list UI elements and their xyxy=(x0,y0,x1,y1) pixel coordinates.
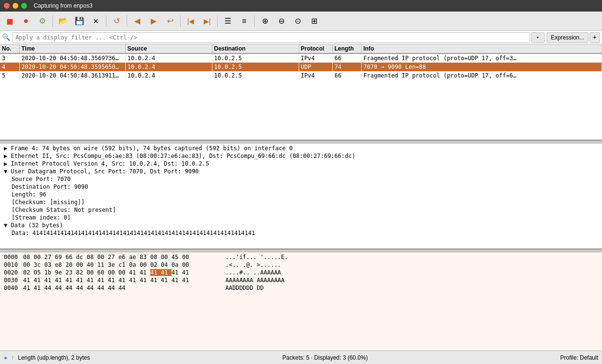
packet-rows: 32020-10-20 04:50:48.3569736…10.0.2.410.… xyxy=(0,53,602,80)
stop-capture-button[interactable]: ◼ xyxy=(2,13,17,29)
prev-packet-button[interactable]: ◀ xyxy=(130,13,145,29)
detail-row[interactable]: ▼ User Datagram Protocol, Src Port: 7070… xyxy=(0,168,602,175)
capture-options-button[interactable]: ⚙ xyxy=(35,13,50,29)
hex-byte: 41 xyxy=(161,269,171,276)
hex-dump-panel: 000008 00 27 69 66 dc 08 00 27 e6 ae 83 … xyxy=(0,252,602,351)
status-profile-label: Profile: Default xyxy=(560,354,598,361)
zoom-out-button[interactable]: ⊖ xyxy=(274,13,289,29)
hex-byte: 60 xyxy=(97,269,108,276)
hex-byte: 83 xyxy=(140,254,150,260)
filter-dropdown-button[interactable]: ▾ xyxy=(531,32,545,43)
display-filter-input[interactable] xyxy=(12,32,530,43)
hex-byte: 41 xyxy=(44,277,55,284)
reload-button[interactable]: ↺ xyxy=(109,13,124,29)
detail-row[interactable]: ▶ Frame 4: 74 bytes on wire (592 bits), … xyxy=(0,144,602,152)
packet-details-panel: ▶ Frame 4: 74 bytes on wire (592 bits), … xyxy=(0,143,602,249)
table-header-row: No. Time Source Destination Protocol Len… xyxy=(0,44,602,53)
toolbar-separator-6 xyxy=(254,15,255,27)
table-cell: 5 xyxy=(0,71,19,80)
hex-byte: 00 xyxy=(182,261,193,268)
hex-byte: 41 xyxy=(87,277,97,284)
hex-byte: 20 xyxy=(65,261,76,268)
hex-byte: 3c xyxy=(34,261,44,268)
hex-offset: 0030 xyxy=(4,277,23,284)
table-row[interactable]: 52020-10-20 04:50:48.3613911…10.0.2.410.… xyxy=(0,71,602,80)
detail-row[interactable]: Length: 96 xyxy=(8,191,602,198)
resize-columns-button[interactable]: ⊞ xyxy=(306,13,322,29)
hex-byte: 69 xyxy=(55,254,65,260)
hex-byte: dc xyxy=(76,254,87,260)
expression-button[interactable]: Expression... xyxy=(547,32,589,43)
hex-byte: 05 xyxy=(34,269,44,276)
detail-row[interactable]: Data: 4141414141414141414141414141414141… xyxy=(8,229,602,237)
hex-byte: 27 xyxy=(108,254,118,260)
detail-row[interactable]: [Checksum: [missing]] xyxy=(8,198,602,206)
status-icon-right: ↑ xyxy=(11,354,14,361)
hex-byte: 41 xyxy=(129,269,140,276)
hex-byte: 41 xyxy=(76,277,87,284)
hex-byte: 11 xyxy=(97,261,108,268)
detail-row[interactable]: ▶ Internet Protocol Version 4, Src: 10.0… xyxy=(0,160,602,168)
close-window-btn[interactable] xyxy=(4,3,10,9)
add-filter-button[interactable]: + xyxy=(589,32,600,43)
hex-bytes: 02 05 1b 9e 23 82 00 60 00 00 41 41 41 4… xyxy=(23,269,225,276)
hex-offset: 0020 xyxy=(4,269,23,276)
table-cell: 66 xyxy=(332,53,361,63)
first-packet-button[interactable]: |◀ xyxy=(183,13,198,29)
detail-row[interactable]: ▶ Ethernet II, Src: PcsCompu_e6:ae:83 (0… xyxy=(0,152,602,160)
table-cell: 10.0.2.4 xyxy=(125,71,212,80)
hex-ascii: AADDDDDD DD xyxy=(225,285,263,291)
hex-ascii: AAAAAAAA AAAAAAAA xyxy=(225,277,285,284)
open-file-button[interactable]: 📂 xyxy=(55,13,71,29)
hex-byte: 02 xyxy=(23,269,34,276)
hex-byte: 3e xyxy=(108,261,118,268)
hex-byte: 0a xyxy=(129,261,140,268)
table-cell: 10.0.2.5 xyxy=(212,53,299,63)
table-cell: IPv4 xyxy=(299,53,332,63)
next-packet-button[interactable]: ▶ xyxy=(146,13,161,29)
hex-byte: 41 xyxy=(108,277,118,284)
detail-row[interactable]: [Stream index: 0] xyxy=(8,214,602,221)
hex-row: 000008 00 27 69 66 dc 08 00 27 e6 ae 83 … xyxy=(4,253,598,261)
detail-row[interactable]: Source Port: 7070 xyxy=(8,175,602,183)
table-row[interactable]: 42020-10-20 04:50:48.3595650…10.0.2.410.… xyxy=(0,63,602,71)
col-header-destination: Destination xyxy=(212,44,299,53)
auto-scroll-button[interactable]: ≡ xyxy=(236,13,252,29)
last-packet-button[interactable]: ▶| xyxy=(199,13,215,29)
save-file-button[interactable]: 💾 xyxy=(72,13,87,29)
status-field-label: Length (udp.length), 2 bytes xyxy=(18,354,90,361)
packet-table-container: No. Time Source Destination Protocol Len… xyxy=(0,44,602,141)
hex-byte: 41 xyxy=(97,277,108,284)
detail-row[interactable]: Destination Port: 9090 xyxy=(8,183,602,191)
zoom-reset-button[interactable]: ⊙ xyxy=(290,13,305,29)
table-row[interactable]: 32020-10-20 04:50:48.3569736…10.0.2.410.… xyxy=(0,53,602,63)
zoom-in-button[interactable]: ⊕ xyxy=(257,13,273,29)
go-back-button[interactable]: ↩ xyxy=(162,13,178,29)
hex-offset: 0040 xyxy=(4,285,23,291)
hex-byte: 03 xyxy=(44,261,55,268)
table-cell: 2020-10-20 04:50:48.3569736… xyxy=(19,53,125,63)
table-cell: 3 xyxy=(0,53,19,63)
hex-byte: 41 xyxy=(118,277,129,284)
start-capture-button[interactable]: ● xyxy=(18,13,34,29)
hex-byte: 9e xyxy=(55,269,65,276)
detail-row[interactable]: [Checksum Status: Not present] xyxy=(8,206,602,214)
maximize-window-btn[interactable] xyxy=(21,3,27,9)
hex-byte: 41 xyxy=(23,285,34,291)
close-capture-button[interactable]: ✕ xyxy=(88,13,104,29)
colorize-button[interactable]: ☰ xyxy=(220,13,236,29)
hex-byte: 41 xyxy=(129,277,140,284)
detail-row[interactable]: ▼ Data (32 bytes) xyxy=(0,221,602,229)
table-cell: Fragmented IP protocol (proto=UDP 17, of… xyxy=(361,53,602,63)
hex-ascii: ...'if... '.....E. xyxy=(225,254,288,260)
table-cell: 66 xyxy=(332,71,361,80)
hex-byte: 04 xyxy=(161,261,171,268)
table-cell: 2020-10-20 04:50:48.3595650… xyxy=(19,63,125,71)
hex-byte: 41 xyxy=(182,277,193,284)
hex-byte: 02 xyxy=(150,261,161,268)
hex-byte: 1b xyxy=(44,269,55,276)
hex-byte: 41 xyxy=(171,269,182,276)
toolbar: ◼ ● ⚙ 📂 💾 ✕ ↺ ◀ ▶ ↩ |◀ ▶| ☰ ≡ ⊕ ⊖ ⊙ ⊞ xyxy=(0,12,602,31)
hex-row: 002002 05 1b 9e 23 82 00 60 00 00 41 41 … xyxy=(4,269,598,276)
minimize-window-btn[interactable] xyxy=(13,3,18,9)
